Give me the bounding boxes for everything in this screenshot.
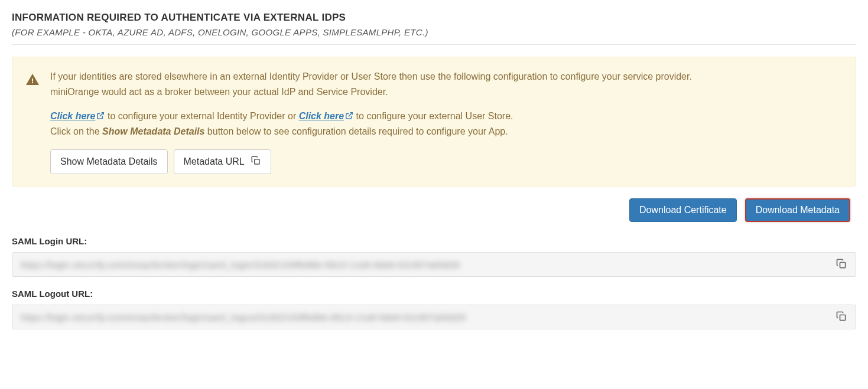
external-link-icon [345, 111, 353, 121]
copy-logout-url-button[interactable] [836, 310, 847, 324]
info-text-3a: Click on the [50, 126, 102, 136]
copy-login-url-button[interactable] [836, 258, 847, 272]
saml-login-url-value: https://login.xecurify.com/moas/broker/l… [21, 260, 460, 270]
saml-logout-url-group: SAML Logout URL: https://login.xecurify.… [12, 289, 856, 329]
info-text-2b: to configure your external User Store. [353, 111, 513, 121]
info-text-2a: to configure your external Identity Prov… [105, 111, 298, 121]
info-text-3b: Show Metadata Details [102, 126, 204, 136]
header-section: INFORMATION REQUIRED TO AUTHENTICATE VIA… [12, 12, 856, 45]
page-title: INFORMATION REQUIRED TO AUTHENTICATE VIA… [12, 12, 856, 24]
saml-logout-url-box: https://login.xecurify.com/moas/broker/l… [12, 305, 856, 329]
svg-rect-2 [254, 159, 259, 164]
svg-rect-3 [840, 262, 846, 267]
external-link-icon [96, 111, 105, 121]
show-metadata-details-button[interactable]: Show Metadata Details [50, 149, 168, 174]
metadata-url-label: Metadata URL [184, 156, 245, 167]
svg-line-1 [349, 113, 352, 116]
saml-logout-url-value: https://login.xecurify.com/moas/broker/l… [21, 312, 466, 322]
svg-rect-4 [840, 315, 846, 320]
saml-login-url-group: SAML Login URL: https://login.xecurify.c… [12, 236, 856, 277]
warning-icon [25, 69, 40, 174]
configure-userstore-link[interactable]: Click here [299, 111, 353, 121]
configure-idp-link[interactable]: Click here [50, 111, 105, 121]
info-text-1a: If your identities are stored elsewhere … [50, 71, 692, 81]
saml-login-url-box: https://login.xecurify.com/moas/broker/l… [12, 252, 856, 277]
metadata-url-button[interactable]: Metadata URL [174, 149, 271, 174]
info-text-3c: button below to see configuration detail… [204, 126, 508, 136]
download-metadata-button[interactable]: Download Metadata [745, 198, 850, 222]
saml-logout-url-label: SAML Logout URL: [12, 289, 856, 299]
download-certificate-button[interactable]: Download Certificate [629, 198, 737, 222]
download-actions: Download Certificate Download Metadata [12, 198, 856, 222]
saml-login-url-label: SAML Login URL: [12, 236, 856, 246]
page-subtitle: (FOR EXAMPLE - OKTA, AZURE AD, ADFS, ONE… [12, 27, 856, 37]
info-alert-box: If your identities are stored elsewhere … [12, 57, 856, 187]
svg-line-0 [100, 113, 103, 116]
info-content: If your identities are stored elsewhere … [50, 69, 843, 174]
copy-icon [251, 155, 261, 168]
info-text-1b: miniOrange would act as a broker between… [50, 87, 388, 97]
